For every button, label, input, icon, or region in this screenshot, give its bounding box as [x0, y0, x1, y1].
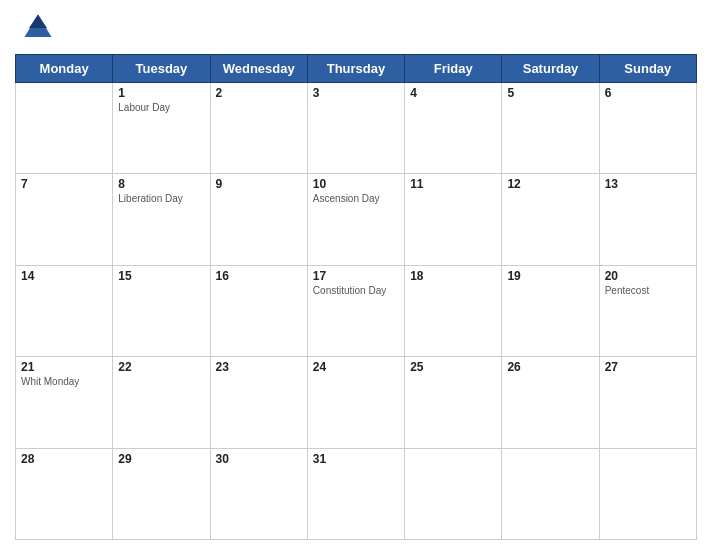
day-number: 1 [118, 86, 204, 100]
calendar-cell: 22 [113, 357, 210, 448]
calendar-cell: 9 [210, 174, 307, 265]
day-number: 30 [216, 452, 302, 466]
day-number: 23 [216, 360, 302, 374]
day-event: Ascension Day [313, 193, 399, 205]
weekday-header-friday: Friday [405, 55, 502, 83]
calendar-cell: 13 [599, 174, 696, 265]
calendar-cell [502, 448, 599, 539]
day-number: 16 [216, 269, 302, 283]
calendar-cell: 24 [307, 357, 404, 448]
day-number: 19 [507, 269, 593, 283]
day-event: Pentecost [605, 285, 691, 297]
calendar-cell: 31 [307, 448, 404, 539]
calendar-header [15, 10, 697, 46]
calendar-cell: 30 [210, 448, 307, 539]
calendar-cell: 23 [210, 357, 307, 448]
calendar-cell: 27 [599, 357, 696, 448]
calendar-cell: 1Labour Day [113, 83, 210, 174]
logo-icon [20, 10, 56, 46]
day-number: 3 [313, 86, 399, 100]
day-number: 28 [21, 452, 107, 466]
day-number: 9 [216, 177, 302, 191]
week-row-4: 21Whit Monday222324252627 [16, 357, 697, 448]
calendar-cell: 20Pentecost [599, 265, 696, 356]
calendar-cell: 19 [502, 265, 599, 356]
day-event: Labour Day [118, 102, 204, 114]
calendar-cell: 18 [405, 265, 502, 356]
calendar-cell: 14 [16, 265, 113, 356]
day-number: 29 [118, 452, 204, 466]
week-row-3: 14151617Constitution Day181920Pentecost [16, 265, 697, 356]
day-number: 15 [118, 269, 204, 283]
calendar-cell: 16 [210, 265, 307, 356]
calendar-cell: 15 [113, 265, 210, 356]
calendar-cell: 4 [405, 83, 502, 174]
day-number: 12 [507, 177, 593, 191]
day-number: 7 [21, 177, 107, 191]
day-number: 21 [21, 360, 107, 374]
weekday-header-row: MondayTuesdayWednesdayThursdayFridaySatu… [16, 55, 697, 83]
calendar-cell: 7 [16, 174, 113, 265]
calendar-cell [405, 448, 502, 539]
weekday-header-tuesday: Tuesday [113, 55, 210, 83]
day-number: 24 [313, 360, 399, 374]
day-number: 17 [313, 269, 399, 283]
calendar-cell: 17Constitution Day [307, 265, 404, 356]
day-number: 26 [507, 360, 593, 374]
day-number: 6 [605, 86, 691, 100]
calendar-cell: 6 [599, 83, 696, 174]
day-number: 27 [605, 360, 691, 374]
weekday-header-saturday: Saturday [502, 55, 599, 83]
day-number: 5 [507, 86, 593, 100]
day-number: 11 [410, 177, 496, 191]
weekday-header-wednesday: Wednesday [210, 55, 307, 83]
day-number: 25 [410, 360, 496, 374]
calendar-cell: 29 [113, 448, 210, 539]
calendar-cell: 2 [210, 83, 307, 174]
calendar-cell: 8Liberation Day [113, 174, 210, 265]
weekday-header-thursday: Thursday [307, 55, 404, 83]
calendar-cell: 25 [405, 357, 502, 448]
day-event: Constitution Day [313, 285, 399, 297]
week-row-1: 1Labour Day23456 [16, 83, 697, 174]
day-number: 8 [118, 177, 204, 191]
calendar-cell: 11 [405, 174, 502, 265]
day-event: Whit Monday [21, 376, 107, 388]
weekday-header-monday: Monday [16, 55, 113, 83]
day-number: 10 [313, 177, 399, 191]
calendar-cell [16, 83, 113, 174]
day-number: 31 [313, 452, 399, 466]
day-number: 20 [605, 269, 691, 283]
day-event: Liberation Day [118, 193, 204, 205]
logo [20, 10, 60, 46]
calendar-cell: 28 [16, 448, 113, 539]
day-number: 22 [118, 360, 204, 374]
day-number: 18 [410, 269, 496, 283]
day-number: 4 [410, 86, 496, 100]
day-number: 14 [21, 269, 107, 283]
calendar-cell: 10Ascension Day [307, 174, 404, 265]
calendar-cell: 3 [307, 83, 404, 174]
week-row-2: 78Liberation Day910Ascension Day111213 [16, 174, 697, 265]
day-number: 13 [605, 177, 691, 191]
week-row-5: 28293031 [16, 448, 697, 539]
calendar-table: MondayTuesdayWednesdayThursdayFridaySatu… [15, 54, 697, 540]
calendar-page: MondayTuesdayWednesdayThursdayFridaySatu… [0, 0, 712, 550]
calendar-cell: 5 [502, 83, 599, 174]
calendar-cell: 12 [502, 174, 599, 265]
weekday-header-sunday: Sunday [599, 55, 696, 83]
calendar-cell [599, 448, 696, 539]
day-number: 2 [216, 86, 302, 100]
calendar-cell: 26 [502, 357, 599, 448]
calendar-cell: 21Whit Monday [16, 357, 113, 448]
